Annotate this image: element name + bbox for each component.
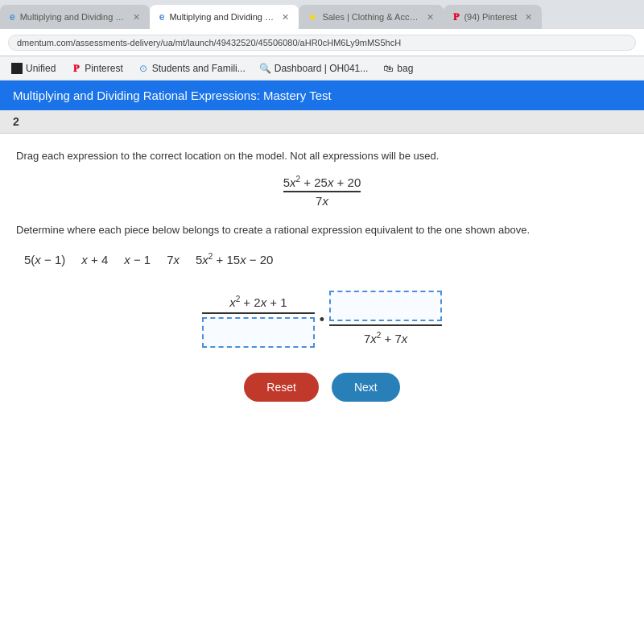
bookmark-pinterest[interactable]: 𝐏 Pinterest bbox=[65, 61, 127, 76]
fraction-numerator: 5x2 + 25x + 20 bbox=[283, 175, 361, 189]
right-fraction-area: 7x2 + 7x bbox=[329, 291, 442, 349]
tab-close-sales[interactable]: ✕ bbox=[427, 12, 434, 23]
tab-label-pinterest: (94) Pinterest bbox=[464, 12, 517, 22]
bookmark-students[interactable]: ⊙ Students and Famili... bbox=[133, 61, 250, 76]
tab-close-1[interactable]: ✕ bbox=[133, 12, 140, 23]
bookmark-dashboard-label: Dashboard | OH041... bbox=[275, 63, 369, 74]
unified-icon bbox=[11, 63, 23, 74]
bag-icon: 🛍 bbox=[382, 63, 394, 74]
button-row: Reset Next bbox=[16, 373, 628, 402]
tab-icon-1: e bbox=[10, 11, 15, 23]
students-icon: ⊙ bbox=[138, 63, 149, 74]
left-fraction-line bbox=[202, 312, 315, 314]
fraction-line bbox=[283, 191, 361, 192]
address-bar: dmentum.com/assessments-delivery/ua/mt/l… bbox=[0, 29, 644, 56]
main-fraction: 5x2 + 25x + 20 7x bbox=[16, 175, 628, 208]
right-fraction-line bbox=[329, 324, 442, 326]
left-numerator: x2 + 2x + 1 bbox=[202, 291, 315, 312]
tab-label-active: Multiplying and Dividing Rational bbox=[169, 12, 274, 22]
question-number-bar: 2 bbox=[0, 110, 644, 134]
left-fraction-area: x2 + 2x + 1 bbox=[202, 291, 315, 348]
tab-label-sales: Sales | Clothing & Accessories O: bbox=[322, 12, 419, 22]
page-content: Multiplying and Dividing Rational Expres… bbox=[0, 80, 644, 644]
tab-bar: e Multiplying and Dividing Rational ✕ e … bbox=[0, 0, 644, 29]
tab-sales[interactable]: ★ Sales | Clothing & Accessories O: ✕ bbox=[299, 5, 444, 29]
expr-piece-4[interactable]: 5x2 + 15x − 20 bbox=[196, 252, 273, 266]
bookmarks-bar: Unified 𝐏 Pinterest ⊙ Students and Famil… bbox=[0, 56, 644, 80]
tab-icon-active: e bbox=[159, 11, 165, 23]
tab-active[interactable]: e Multiplying and Dividing Rational ✕ bbox=[150, 5, 299, 29]
right-numerator-drop-zone[interactable] bbox=[329, 291, 442, 321]
fraction-wrapper: 5x2 + 25x + 20 7x bbox=[283, 175, 361, 208]
bookmark-pinterest-label: Pinterest bbox=[85, 63, 122, 74]
fraction-denominator: 7x bbox=[316, 194, 328, 208]
question-area: Drag each expression to the correct loca… bbox=[0, 134, 644, 418]
tab-inactive-1[interactable]: e Multiplying and Dividing Rational ✕ bbox=[0, 5, 150, 29]
model-container: x2 + 2x + 1 • 7x2 + 7x bbox=[16, 291, 628, 349]
page-title-bar: Multiplying and Dividing Rational Expres… bbox=[0, 80, 644, 110]
pinterest-icon: 𝐏 bbox=[70, 63, 81, 74]
question-number: 2 bbox=[13, 115, 19, 128]
url-input[interactable]: dmentum.com/assessments-delivery/ua/mt/l… bbox=[8, 35, 636, 51]
tab-label-1: Multiplying and Dividing Rational bbox=[20, 12, 125, 22]
bookmark-unified[interactable]: Unified bbox=[6, 61, 60, 76]
right-denominator: 7x2 + 7x bbox=[329, 328, 442, 349]
bookmark-dashboard[interactable]: 🔍 Dashboard | OH041... bbox=[255, 61, 374, 76]
instruction-text: Drag each expression to the correct loca… bbox=[16, 150, 628, 162]
next-button[interactable]: Next bbox=[332, 373, 400, 402]
dashboard-icon: 🔍 bbox=[260, 63, 271, 74]
left-denominator-drop-zone[interactable] bbox=[202, 317, 315, 348]
tab-close-active[interactable]: ✕ bbox=[282, 12, 289, 23]
tab-icon-sales: ★ bbox=[308, 11, 317, 23]
bookmark-unified-label: Unified bbox=[26, 63, 56, 74]
model-row: x2 + 2x + 1 • 7x2 + 7x bbox=[202, 291, 442, 349]
expression-pieces: 5(x − 1) x + 4 x − 1 7x 5x2 + 15x − 20 bbox=[16, 252, 628, 266]
tab-close-pinterest[interactable]: ✕ bbox=[525, 12, 532, 23]
expr-piece-3[interactable]: 7x bbox=[167, 253, 180, 266]
expr-piece-1[interactable]: x + 4 bbox=[81, 253, 108, 266]
tab-pinterest[interactable]: 𝐏 (94) Pinterest ✕ bbox=[444, 5, 542, 29]
multiplication-dot: • bbox=[320, 312, 324, 328]
expr-piece-0[interactable]: 5(x − 1) bbox=[24, 253, 65, 266]
browser-chrome: e Multiplying and Dividing Rational ✕ e … bbox=[0, 0, 644, 80]
tab-icon-pinterest: 𝐏 bbox=[453, 11, 459, 23]
determine-text: Determine where each piece below belongs… bbox=[16, 224, 628, 236]
bookmark-bag[interactable]: 🛍 bag bbox=[378, 61, 418, 76]
reset-button[interactable]: Reset bbox=[244, 373, 319, 402]
bookmark-bag-label: bag bbox=[397, 63, 413, 74]
page-title: Multiplying and Dividing Rational Expres… bbox=[13, 89, 332, 102]
expr-piece-2[interactable]: x − 1 bbox=[124, 253, 151, 266]
bookmark-students-label: Students and Famili... bbox=[152, 63, 246, 74]
